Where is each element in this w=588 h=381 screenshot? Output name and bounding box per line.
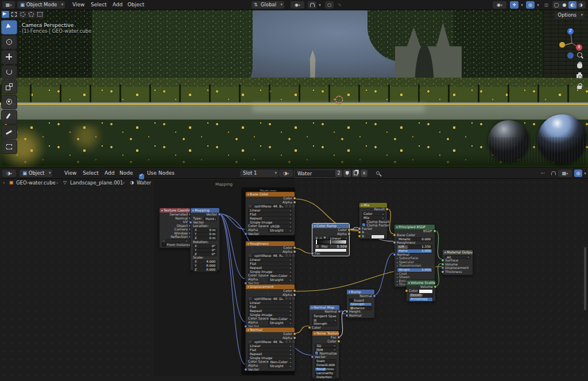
stop-position-value[interactable]: 0.509 [329,244,348,248]
gizmo-x-axis[interactable]: X [576,44,582,51]
mode-dropdown[interactable]: ▣ Object Mode▾ [17,1,65,9]
overlays-dropdown[interactable]: ▾ [535,1,541,9]
node-tex-normal[interactable]: NormalColorAlphaspiritReso_4K_N...Linear… [245,327,295,371]
editor-type-viewport-icon[interactable]: ▦▾ [2,1,15,9]
transform-orientation-dropdown[interactable]: ⇅Global▾ [252,1,284,9]
socket[interactable] [405,290,408,292]
socket[interactable] [308,326,311,329]
select-extend-mode-button[interactable] [36,10,44,18]
menu-add[interactable]: Add [113,2,122,7]
node-tex-displacement[interactable]: DisplacementColorAlphaspiritReso_4K_D...… [245,284,295,328]
shader-snap-dropdown[interactable]: ▦▾ [558,170,572,177]
slider-Scale[interactable]: Scale90.000 [315,359,336,364]
shader-node-canvas[interactable]: MappingTexturesTexture CoordinateGenerat… [0,178,588,381]
show-gizmo-toggle[interactable]: ✛ [510,1,519,9]
checkbox-From Instancer[interactable] [162,243,166,247]
shader-menu-view[interactable]: View [64,170,76,176]
socket[interactable] [358,235,361,237]
xray-toggle[interactable]: ▥ [542,1,551,9]
slider-Detail[interactable]: Detail2.000 [315,363,336,368]
unlink-material-icon[interactable]: × [361,170,368,177]
camera-view-icon[interactable] [575,72,585,81]
add-stop-button[interactable]: + [315,236,319,240]
shader-menu-add[interactable]: Add [105,170,114,176]
tool-cursor[interactable] [1,35,17,49]
node-bump[interactable]: BumpNormalInvertStrength1.000Distance0.1… [346,289,375,318]
menu-select[interactable]: Select [91,2,107,7]
slider-Strength[interactable]: Strength1.000 [312,322,337,326]
socket[interactable] [393,241,396,244]
node-mapping[interactable]: MappingVectorType:PointVectorLocation:X0… [190,207,220,271]
axis-Z[interactable]: Z6.000 [193,268,217,272]
tool-measure[interactable] [1,125,17,139]
node-noise-texture[interactable]: Noise TextureFacColor3DfBMNormalizeVecto… [312,330,339,379]
breadcrumb-mesh[interactable]: Landscape_plane.001 [70,180,123,186]
fake-user-shield-icon[interactable] [343,170,351,177]
socket[interactable] [442,259,444,261]
node-material-output[interactable]: Material OutputAllSurfaceVolumeDisplacem… [442,249,473,275]
node-normal-map[interactable]: Normal MapNormalTangent Space▦Strength1.… [309,305,340,330]
slider-Roughness[interactable]: Roughness0.500 [315,367,336,372]
color-swatch-B[interactable] [371,234,385,239]
socket[interactable] [338,340,340,342]
socket[interactable] [311,356,314,358]
image-open-icon[interactable] [292,297,295,301]
shader-type-dropdown[interactable]: ▣ Object▾ [20,170,52,177]
zoom-icon[interactable] [575,51,585,60]
slider-Density[interactable]: Density1.000 [409,293,433,298]
material-name-field[interactable]: Water [294,170,337,178]
socket[interactable] [346,314,348,317]
material-browse-icon[interactable]: ◑▾ [279,170,293,177]
image-open-icon[interactable] [292,253,295,257]
section-Transmission[interactable]: Transmission [397,263,421,267]
socket[interactable] [293,201,296,203]
image-open-icon[interactable] [292,340,295,344]
snap-settings-dropdown[interactable]: ▾ [317,1,323,9]
socket[interactable] [293,337,296,339]
socket[interactable] [189,221,192,224]
options-dropdown[interactable]: Options▾ [555,11,585,19]
gizmo-minus-z-axis[interactable] [567,52,574,59]
gizmo-dropdown[interactable]: ▾ [519,1,525,9]
node-color-ramp[interactable]: Color RampColorAlpha+−▾Linear0Pos0.509Fa… [312,223,350,256]
proportional-falloff-dropdown[interactable]: ∿ [335,1,344,9]
slider-Alpha[interactable]: Alpha1.000 [397,249,432,253]
select-lasso-mode-button[interactable] [27,10,36,18]
shader-snap-toggle[interactable] [549,170,558,177]
shader-overlays-dropdown[interactable]: ▾ [582,170,588,177]
image-open-icon[interactable] [292,204,295,208]
remove-stop-button[interactable]: − [319,236,323,240]
slider-Distortion[interactable]: Distortion0.000 [315,375,336,380]
socket[interactable] [442,271,444,273]
node-volume-scatter[interactable]: Volume ScatterVolumeColorDensity1.000Ani… [406,280,436,302]
ramp-options-button[interactable]: ▾ [323,236,327,240]
node-mix[interactable]: MixResultColorMixClamp ResultClamp Facto… [359,202,388,239]
tool-select-box[interactable] [1,20,17,34]
socket[interactable] [348,233,350,235]
canvas-scrollbar-vertical[interactable] [584,247,586,310]
snap-toggle[interactable] [308,1,316,9]
node-tex-base-color[interactable]: Base ColorColorAlphaspiritReso_4K_B...Li… [245,191,295,236]
node-tex-roughness[interactable]: RoughnessColorAlphaspiritReso_4K_R...Lin… [245,241,295,285]
shader-menu-node[interactable]: Node [119,170,133,176]
node-principled-bsdf[interactable]: Principled BSDFBSDFBase ColorMetallic0.0… [394,224,435,287]
breadcrumb-material[interactable]: Water [137,180,151,186]
socket[interactable] [393,253,396,256]
node-header-material-output[interactable]: Material Output [443,250,473,255]
socket[interactable] [245,233,247,235]
editor-type-shader-icon[interactable]: ◑▾ [2,170,16,177]
breadcrumb-expand[interactable]: › [3,180,5,186]
tool-move[interactable] [1,50,17,64]
section-Subsurface[interactable]: Subsurface [397,256,418,260]
socket[interactable] [293,294,296,296]
tool-annotate[interactable] [1,110,17,124]
breadcrumb-object[interactable]: GEO-water.cube [16,180,56,186]
slider-Strength[interactable]: Strength1.000 [349,302,372,307]
tweak-mode-button[interactable] [1,10,10,18]
stop-index[interactable]: 0 [315,244,320,248]
shading-solid-icon[interactable]: ● [560,1,568,9]
checkbox-Invert[interactable] [349,298,353,302]
tool-scale[interactable] [1,80,17,94]
slider-Anisotropy[interactable]: Anisotropy0.000 [409,297,433,302]
section-Sheen[interactable]: Sheen [397,275,410,279]
